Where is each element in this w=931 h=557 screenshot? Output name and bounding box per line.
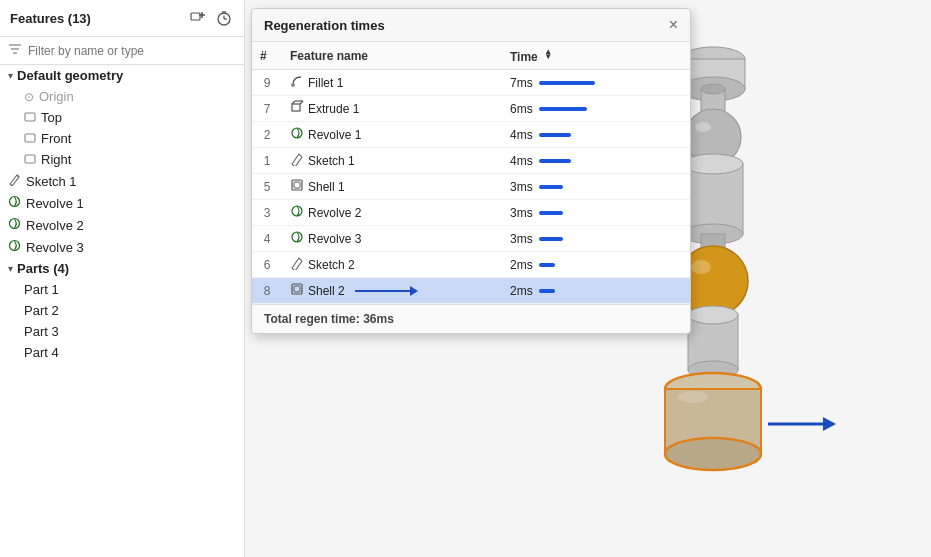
svg-point-31 bbox=[688, 306, 738, 324]
dialog-header: Regeneration times × bbox=[252, 9, 690, 42]
tree-group-label: Default geometry bbox=[17, 68, 123, 83]
col-header-num: # bbox=[252, 42, 282, 70]
tree-label-part1: Part 1 bbox=[24, 282, 59, 297]
tree-item-default-geometry[interactable]: ▾ Default geometry bbox=[0, 65, 244, 86]
sketch-icon bbox=[8, 173, 21, 189]
row-name: Revolve 3 bbox=[282, 226, 502, 252]
table-row[interactable]: 3 Revolve 2 3ms bbox=[252, 200, 690, 226]
tree-label-part4: Part 4 bbox=[24, 345, 59, 360]
table-row[interactable]: 9 Fillet 1 7ms bbox=[252, 70, 690, 96]
table-row[interactable]: 8 Shell 2 2ms bbox=[252, 278, 690, 304]
plane-icon bbox=[24, 111, 36, 125]
dialog-close-button[interactable]: × bbox=[669, 17, 678, 33]
row-name: Sketch 2 bbox=[282, 252, 502, 278]
regen-table: # Feature name Time 9 Fillet 1 7ms bbox=[252, 42, 690, 304]
row-num: 4 bbox=[252, 226, 282, 252]
row-num: 3 bbox=[252, 200, 282, 226]
row-num: 6 bbox=[252, 252, 282, 278]
table-row[interactable]: 4 Revolve 3 3ms bbox=[252, 226, 690, 252]
tree-item-part2[interactable]: Part 2 bbox=[0, 300, 244, 321]
filter-icon bbox=[8, 43, 22, 58]
tree-item-revolve2[interactable]: Revolve 2 bbox=[0, 214, 244, 236]
tree-item-revolve1[interactable]: Revolve 1 bbox=[0, 192, 244, 214]
svg-rect-40 bbox=[292, 104, 300, 111]
tree-label-top: Top bbox=[41, 110, 62, 125]
tree-item-front[interactable]: Front bbox=[0, 128, 244, 149]
tree-item-part1[interactable]: Part 1 bbox=[0, 279, 244, 300]
time-bar bbox=[539, 107, 587, 111]
svg-point-16 bbox=[10, 241, 20, 251]
footer-value: 36ms bbox=[363, 312, 394, 326]
tree-label-front: Front bbox=[41, 131, 71, 146]
panel-icons bbox=[188, 8, 234, 28]
tree-label-right: Right bbox=[41, 152, 71, 167]
add-group-button[interactable] bbox=[188, 8, 208, 28]
time-bar bbox=[539, 81, 595, 85]
chevron-icon: ▾ bbox=[8, 70, 13, 81]
search-bar bbox=[0, 37, 244, 65]
table-row[interactable]: 7 Extrude 1 6ms bbox=[252, 96, 690, 122]
row-num: 1 bbox=[252, 148, 282, 174]
plane-icon-right bbox=[24, 153, 36, 167]
svg-point-35 bbox=[665, 438, 761, 470]
table-row[interactable]: 6 Sketch 2 2ms bbox=[252, 252, 690, 278]
svg-rect-50 bbox=[294, 286, 300, 292]
row-time: 3ms bbox=[502, 200, 690, 226]
col-header-time[interactable]: Time bbox=[502, 42, 690, 70]
tree-panel: ▾ Default geometry ⊙ Origin Top Front bbox=[0, 65, 244, 557]
svg-point-36 bbox=[678, 391, 708, 403]
time-bar bbox=[539, 263, 555, 267]
row-name: Shell 2 bbox=[282, 278, 502, 304]
tree-item-part4[interactable]: Part 4 bbox=[0, 342, 244, 363]
row-time: 2ms bbox=[502, 252, 690, 278]
tree-item-revolve3[interactable]: Revolve 3 bbox=[0, 236, 244, 258]
row-name: Extrude 1 bbox=[282, 96, 502, 122]
svg-point-23 bbox=[695, 122, 711, 132]
feature-icon bbox=[290, 100, 304, 117]
time-bar bbox=[539, 211, 563, 215]
row-name: Shell 1 bbox=[282, 174, 502, 200]
row-num: 7 bbox=[252, 96, 282, 122]
left-panel: Features (13) bbox=[0, 0, 245, 557]
search-input[interactable] bbox=[28, 44, 236, 58]
footer-label: Total regen time: bbox=[264, 312, 360, 326]
row-name: Revolve 1 bbox=[282, 122, 502, 148]
tree-label-sketch1: Sketch 1 bbox=[26, 174, 77, 189]
feature-icon bbox=[290, 282, 304, 299]
svg-point-29 bbox=[691, 260, 711, 274]
tree-item-origin[interactable]: ⊙ Origin bbox=[0, 86, 244, 107]
tree-item-right[interactable]: Right bbox=[0, 149, 244, 170]
sort-icon bbox=[544, 47, 554, 61]
svg-rect-11 bbox=[25, 134, 35, 142]
tree-label-revolve2: Revolve 2 bbox=[26, 218, 84, 233]
feature-icon bbox=[290, 74, 304, 91]
svg-rect-12 bbox=[25, 155, 35, 163]
svg-marker-38 bbox=[823, 417, 836, 431]
revolve-icon bbox=[8, 195, 21, 211]
dialog-title: Regeneration times bbox=[264, 18, 385, 33]
time-bar bbox=[539, 289, 555, 293]
tree-item-parts[interactable]: ▾ Parts (4) bbox=[0, 258, 244, 279]
time-bar bbox=[539, 185, 563, 189]
tree-label-revolve1: Revolve 1 bbox=[26, 196, 84, 211]
col-header-name[interactable]: Feature name bbox=[282, 42, 502, 70]
row-time: 7ms bbox=[502, 70, 690, 96]
feature-icon bbox=[290, 256, 304, 273]
timer-button[interactable] bbox=[214, 8, 234, 28]
tree-item-part3[interactable]: Part 3 bbox=[0, 321, 244, 342]
chevron-icon-parts: ▾ bbox=[8, 263, 13, 274]
plane-icon-front bbox=[24, 132, 36, 146]
table-row[interactable]: 5 Shell 1 3ms bbox=[252, 174, 690, 200]
feature-icon bbox=[290, 204, 304, 221]
time-bar bbox=[539, 133, 571, 137]
time-bar bbox=[539, 159, 571, 163]
table-row[interactable]: 1 Sketch 1 4ms bbox=[252, 148, 690, 174]
revolve-icon-3 bbox=[8, 239, 21, 255]
feature-icon bbox=[290, 152, 304, 169]
tree-item-top[interactable]: Top bbox=[0, 107, 244, 128]
row-time: 4ms bbox=[502, 122, 690, 148]
table-row[interactable]: 2 Revolve 1 4ms bbox=[252, 122, 690, 148]
svg-line-13 bbox=[17, 175, 19, 177]
tree-item-sketch1[interactable]: Sketch 1 bbox=[0, 170, 244, 192]
svg-point-39 bbox=[291, 83, 295, 87]
